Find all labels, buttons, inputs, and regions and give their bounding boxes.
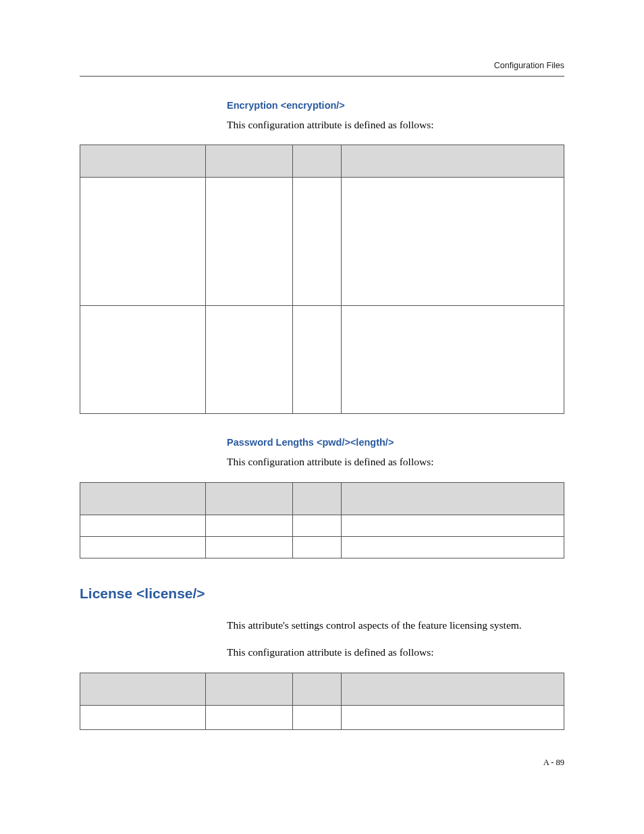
th <box>342 673 564 705</box>
header-rule <box>80 76 564 77</box>
th <box>293 673 342 705</box>
running-header: Configuration Files <box>80 61 564 70</box>
table-password-lengths <box>80 482 564 558</box>
table-row <box>80 178 564 306</box>
td <box>342 705 564 729</box>
td <box>206 536 293 558</box>
td <box>293 536 342 558</box>
td <box>293 306 342 414</box>
td <box>342 536 564 558</box>
heading-encryption: Encryption <encryption/> <box>227 100 564 111</box>
table-header-row <box>80 145 564 178</box>
th <box>80 482 206 515</box>
license-para2: This configuration attribute is defined … <box>227 645 564 660</box>
th <box>342 145 564 178</box>
table-row <box>80 515 564 536</box>
td <box>293 705 342 729</box>
table-row <box>80 536 564 558</box>
td <box>206 306 293 414</box>
intro-password-lengths: This configuration attribute is defined … <box>227 454 564 469</box>
td <box>342 306 564 414</box>
table-row <box>80 705 564 729</box>
table-license <box>80 673 564 730</box>
th <box>342 482 564 515</box>
intro-encryption: This configuration attribute is defined … <box>227 118 564 132</box>
heading-password-lengths: Password Lengths <pwd/><length/> <box>227 437 564 448</box>
td <box>342 515 564 536</box>
th <box>206 145 293 178</box>
table-encryption <box>80 145 564 414</box>
table-row <box>80 306 564 414</box>
th <box>206 673 293 705</box>
table-header-row <box>80 482 564 515</box>
td <box>206 178 293 306</box>
th <box>80 673 206 705</box>
table-header-row <box>80 673 564 705</box>
td <box>80 178 206 306</box>
td <box>206 515 293 536</box>
td <box>80 705 206 729</box>
td <box>293 515 342 536</box>
td <box>80 306 206 414</box>
th <box>293 145 342 178</box>
td <box>80 515 206 536</box>
td <box>80 536 206 558</box>
td <box>206 705 293 729</box>
page-number: A - 89 <box>543 758 564 768</box>
th <box>80 145 206 178</box>
th <box>293 482 342 515</box>
th <box>206 482 293 515</box>
td <box>293 178 342 306</box>
td <box>342 178 564 306</box>
license-para1: This attribute's settings control aspect… <box>227 618 564 633</box>
heading-license: License <license/> <box>80 585 564 602</box>
